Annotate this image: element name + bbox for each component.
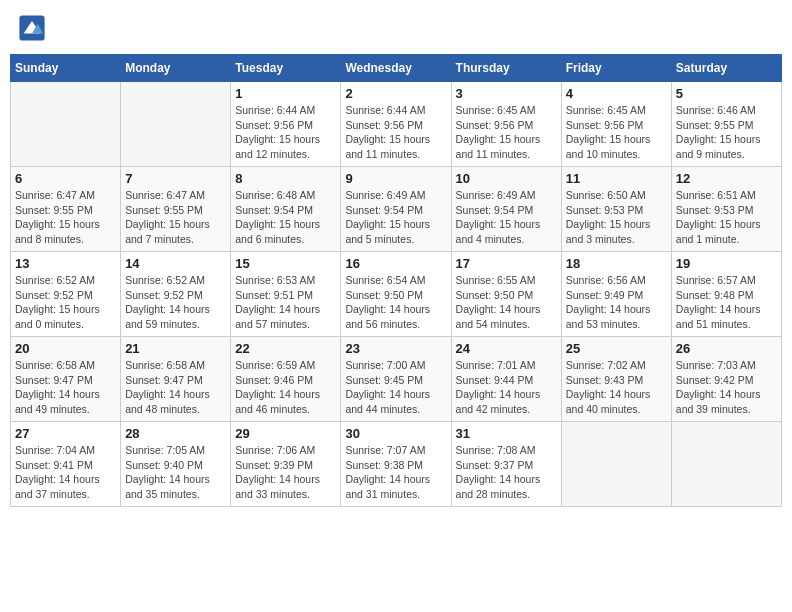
day-info: Sunrise: 6:44 AM Sunset: 9:56 PM Dayligh…: [345, 103, 446, 162]
calendar-cell: 1Sunrise: 6:44 AM Sunset: 9:56 PM Daylig…: [231, 82, 341, 167]
day-number: 8: [235, 171, 336, 186]
day-number: 21: [125, 341, 226, 356]
day-info: Sunrise: 7:01 AM Sunset: 9:44 PM Dayligh…: [456, 358, 557, 417]
week-row-4: 20Sunrise: 6:58 AM Sunset: 9:47 PM Dayli…: [11, 337, 782, 422]
calendar-cell: 8Sunrise: 6:48 AM Sunset: 9:54 PM Daylig…: [231, 167, 341, 252]
day-info: Sunrise: 6:51 AM Sunset: 9:53 PM Dayligh…: [676, 188, 777, 247]
day-number: 14: [125, 256, 226, 271]
logo-icon: [18, 14, 46, 42]
calendar-cell: [671, 422, 781, 507]
calendar-cell: 12Sunrise: 6:51 AM Sunset: 9:53 PM Dayli…: [671, 167, 781, 252]
week-row-1: 1Sunrise: 6:44 AM Sunset: 9:56 PM Daylig…: [11, 82, 782, 167]
day-header-saturday: Saturday: [671, 55, 781, 82]
day-number: 4: [566, 86, 667, 101]
day-info: Sunrise: 6:57 AM Sunset: 9:48 PM Dayligh…: [676, 273, 777, 332]
day-header-wednesday: Wednesday: [341, 55, 451, 82]
day-number: 7: [125, 171, 226, 186]
calendar-table: SundayMondayTuesdayWednesdayThursdayFrid…: [10, 54, 782, 507]
day-info: Sunrise: 6:55 AM Sunset: 9:50 PM Dayligh…: [456, 273, 557, 332]
day-number: 5: [676, 86, 777, 101]
calendar-cell: 20Sunrise: 6:58 AM Sunset: 9:47 PM Dayli…: [11, 337, 121, 422]
calendar-cell: [121, 82, 231, 167]
day-number: 1: [235, 86, 336, 101]
day-number: 12: [676, 171, 777, 186]
day-info: Sunrise: 7:03 AM Sunset: 9:42 PM Dayligh…: [676, 358, 777, 417]
day-info: Sunrise: 7:06 AM Sunset: 9:39 PM Dayligh…: [235, 443, 336, 502]
day-number: 19: [676, 256, 777, 271]
day-number: 30: [345, 426, 446, 441]
day-number: 26: [676, 341, 777, 356]
day-number: 22: [235, 341, 336, 356]
calendar-cell: 10Sunrise: 6:49 AM Sunset: 9:54 PM Dayli…: [451, 167, 561, 252]
day-info: Sunrise: 6:49 AM Sunset: 9:54 PM Dayligh…: [456, 188, 557, 247]
day-number: 31: [456, 426, 557, 441]
calendar-cell: 14Sunrise: 6:52 AM Sunset: 9:52 PM Dayli…: [121, 252, 231, 337]
day-info: Sunrise: 6:58 AM Sunset: 9:47 PM Dayligh…: [125, 358, 226, 417]
day-number: 6: [15, 171, 116, 186]
calendar-cell: 29Sunrise: 7:06 AM Sunset: 9:39 PM Dayli…: [231, 422, 341, 507]
calendar-cell: 22Sunrise: 6:59 AM Sunset: 9:46 PM Dayli…: [231, 337, 341, 422]
day-number: 24: [456, 341, 557, 356]
day-number: 15: [235, 256, 336, 271]
day-info: Sunrise: 6:49 AM Sunset: 9:54 PM Dayligh…: [345, 188, 446, 247]
week-row-3: 13Sunrise: 6:52 AM Sunset: 9:52 PM Dayli…: [11, 252, 782, 337]
day-info: Sunrise: 6:52 AM Sunset: 9:52 PM Dayligh…: [15, 273, 116, 332]
day-number: 28: [125, 426, 226, 441]
day-info: Sunrise: 6:56 AM Sunset: 9:49 PM Dayligh…: [566, 273, 667, 332]
calendar-cell: 19Sunrise: 6:57 AM Sunset: 9:48 PM Dayli…: [671, 252, 781, 337]
calendar-cell: 28Sunrise: 7:05 AM Sunset: 9:40 PM Dayli…: [121, 422, 231, 507]
week-row-2: 6Sunrise: 6:47 AM Sunset: 9:55 PM Daylig…: [11, 167, 782, 252]
day-number: 20: [15, 341, 116, 356]
day-info: Sunrise: 7:05 AM Sunset: 9:40 PM Dayligh…: [125, 443, 226, 502]
day-info: Sunrise: 6:44 AM Sunset: 9:56 PM Dayligh…: [235, 103, 336, 162]
day-info: Sunrise: 7:07 AM Sunset: 9:38 PM Dayligh…: [345, 443, 446, 502]
day-info: Sunrise: 6:45 AM Sunset: 9:56 PM Dayligh…: [566, 103, 667, 162]
day-info: Sunrise: 6:53 AM Sunset: 9:51 PM Dayligh…: [235, 273, 336, 332]
day-number: 11: [566, 171, 667, 186]
calendar-cell: [561, 422, 671, 507]
calendar-cell: 7Sunrise: 6:47 AM Sunset: 9:55 PM Daylig…: [121, 167, 231, 252]
day-number: 13: [15, 256, 116, 271]
day-header-monday: Monday: [121, 55, 231, 82]
day-info: Sunrise: 6:54 AM Sunset: 9:50 PM Dayligh…: [345, 273, 446, 332]
day-number: 17: [456, 256, 557, 271]
calendar-cell: 13Sunrise: 6:52 AM Sunset: 9:52 PM Dayli…: [11, 252, 121, 337]
day-number: 25: [566, 341, 667, 356]
calendar-cell: 18Sunrise: 6:56 AM Sunset: 9:49 PM Dayli…: [561, 252, 671, 337]
day-number: 29: [235, 426, 336, 441]
calendar-cell: 21Sunrise: 6:58 AM Sunset: 9:47 PM Dayli…: [121, 337, 231, 422]
calendar-cell: 6Sunrise: 6:47 AM Sunset: 9:55 PM Daylig…: [11, 167, 121, 252]
calendar-header-row: SundayMondayTuesdayWednesdayThursdayFrid…: [11, 55, 782, 82]
week-row-5: 27Sunrise: 7:04 AM Sunset: 9:41 PM Dayli…: [11, 422, 782, 507]
day-info: Sunrise: 6:59 AM Sunset: 9:46 PM Dayligh…: [235, 358, 336, 417]
day-info: Sunrise: 6:58 AM Sunset: 9:47 PM Dayligh…: [15, 358, 116, 417]
calendar-cell: 23Sunrise: 7:00 AM Sunset: 9:45 PM Dayli…: [341, 337, 451, 422]
day-number: 2: [345, 86, 446, 101]
day-info: Sunrise: 6:52 AM Sunset: 9:52 PM Dayligh…: [125, 273, 226, 332]
day-number: 16: [345, 256, 446, 271]
day-header-thursday: Thursday: [451, 55, 561, 82]
calendar-cell: 31Sunrise: 7:08 AM Sunset: 9:37 PM Dayli…: [451, 422, 561, 507]
day-info: Sunrise: 6:47 AM Sunset: 9:55 PM Dayligh…: [15, 188, 116, 247]
day-number: 3: [456, 86, 557, 101]
calendar-cell: 2Sunrise: 6:44 AM Sunset: 9:56 PM Daylig…: [341, 82, 451, 167]
calendar-cell: 4Sunrise: 6:45 AM Sunset: 9:56 PM Daylig…: [561, 82, 671, 167]
calendar-cell: [11, 82, 121, 167]
day-info: Sunrise: 7:08 AM Sunset: 9:37 PM Dayligh…: [456, 443, 557, 502]
day-info: Sunrise: 7:04 AM Sunset: 9:41 PM Dayligh…: [15, 443, 116, 502]
day-number: 18: [566, 256, 667, 271]
day-header-friday: Friday: [561, 55, 671, 82]
day-info: Sunrise: 6:46 AM Sunset: 9:55 PM Dayligh…: [676, 103, 777, 162]
day-info: Sunrise: 6:50 AM Sunset: 9:53 PM Dayligh…: [566, 188, 667, 247]
day-number: 27: [15, 426, 116, 441]
calendar-cell: 3Sunrise: 6:45 AM Sunset: 9:56 PM Daylig…: [451, 82, 561, 167]
calendar-cell: 17Sunrise: 6:55 AM Sunset: 9:50 PM Dayli…: [451, 252, 561, 337]
day-header-tuesday: Tuesday: [231, 55, 341, 82]
calendar-cell: 30Sunrise: 7:07 AM Sunset: 9:38 PM Dayli…: [341, 422, 451, 507]
calendar-cell: 25Sunrise: 7:02 AM Sunset: 9:43 PM Dayli…: [561, 337, 671, 422]
calendar-cell: 5Sunrise: 6:46 AM Sunset: 9:55 PM Daylig…: [671, 82, 781, 167]
logo: [18, 14, 50, 42]
day-info: Sunrise: 6:48 AM Sunset: 9:54 PM Dayligh…: [235, 188, 336, 247]
calendar-cell: 16Sunrise: 6:54 AM Sunset: 9:50 PM Dayli…: [341, 252, 451, 337]
calendar-cell: 9Sunrise: 6:49 AM Sunset: 9:54 PM Daylig…: [341, 167, 451, 252]
